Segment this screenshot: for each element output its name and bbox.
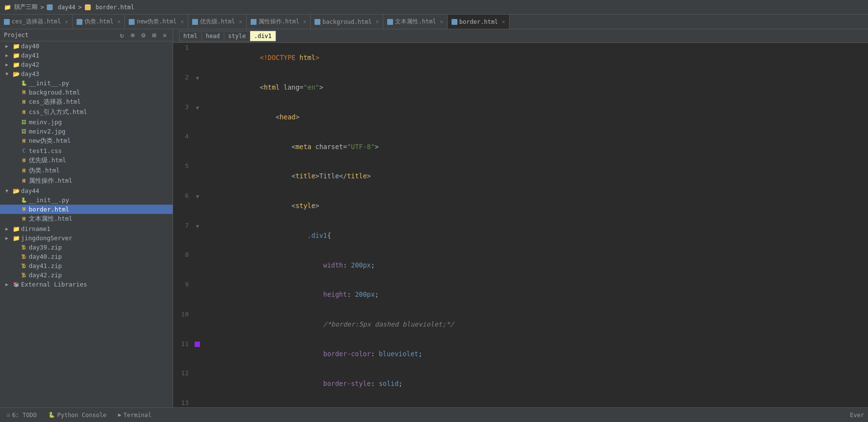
breadcrumb-style[interactable]: style: [224, 31, 250, 41]
toolbar-icon-expand[interactable]: ⊞: [150, 31, 158, 39]
tab-weili[interactable]: 伪类.html ✕: [73, 15, 125, 29]
tab-close-newweili[interactable]: ✕: [180, 19, 184, 25]
line-content-8[interactable]: width: 200px;: [202, 250, 868, 280]
sidebar-item-day44[interactable]: ▼ 📂 day44: [0, 186, 173, 195]
line-content-4[interactable]: <meta charset="UTF-8">: [202, 132, 868, 161]
fold-arrow-7[interactable]: ▼: [196, 223, 199, 230]
line-content-12[interactable]: border-style: solid;: [202, 368, 868, 398]
sidebar-item-meinv2[interactable]: ▶ 🖼 meinv2.jpg: [0, 127, 173, 136]
tab-close-shuxing[interactable]: ✕: [303, 19, 307, 25]
code-container[interactable]: 1 <!DOCTYPE html> 2 ▼ <html lang="e: [173, 43, 868, 407]
sidebar-item-day41[interactable]: ▶ 📁 day41: [0, 51, 173, 60]
line-num-5: 5: [173, 161, 193, 191]
fold-arrow-6[interactable]: ▼: [196, 193, 199, 200]
line-content-6[interactable]: <style>: [202, 191, 868, 221]
tab-youxianji[interactable]: 优先级.html ✕: [188, 15, 247, 29]
sidebar-item-weili[interactable]: ▶ H 伪类.html: [0, 166, 173, 176]
tab-icon-newweili: [129, 19, 135, 25]
gutter-8: [193, 250, 202, 280]
folder-icon-day40: 📁: [13, 43, 20, 50]
tab-close-weili[interactable]: ✕: [118, 19, 121, 25]
tab-icon-youxianji: [192, 19, 198, 25]
sidebar-item-test1css[interactable]: ▶ C test1.css: [0, 146, 173, 155]
sidebar-item-css-import[interactable]: ▶ H css_引入方式.html: [0, 107, 173, 117]
tab-icon-shuxing: [251, 19, 256, 25]
gutter-5: [193, 161, 202, 191]
gutter-7: ▼: [193, 221, 202, 250]
sidebar-item-day39zip[interactable]: ▶ 🗜 day39.zip: [0, 243, 173, 252]
sidebar-item-init-py-43[interactable]: ▶ 🐍 __init__.py: [0, 78, 173, 88]
sidebar-item-init-py-44[interactable]: ▶ 🐍 __init__.py: [0, 195, 173, 205]
todo-tab[interactable]: ☑ 6: TODO: [4, 411, 39, 420]
sidebar-item-shuxingcaozuo[interactable]: ▶ H 属性操作.html: [0, 176, 173, 186]
tab-backgroud[interactable]: backgroud.html ✕: [311, 15, 383, 29]
tab-close-backgroud[interactable]: ✕: [375, 19, 379, 25]
tab-border[interactable]: border.html ✕: [448, 15, 510, 29]
gutter-6: ▼: [193, 191, 202, 221]
tab-close-wenben[interactable]: ✕: [440, 19, 443, 25]
tab-newweili[interactable]: new伪类.html ✕: [125, 15, 188, 29]
toolbar-icon-gear[interactable]: ⚙: [139, 31, 147, 39]
code-line-11: 11 border-color: blueviolet;: [173, 339, 868, 369]
editor-area: html head style .div1 1 <!DOCTYPE html>: [173, 29, 868, 407]
line-content-11[interactable]: border-color: blueviolet;: [202, 339, 868, 369]
sidebar-item-day40zip[interactable]: ▶ 🗜 day40.zip: [0, 252, 173, 261]
sidebar-item-meinv[interactable]: ▶ 🖼 meinv.jpg: [0, 117, 173, 127]
line-content-10[interactable]: /*border:5px dashed blueviolet;*/: [202, 309, 868, 339]
title-project: 脱产三期: [14, 3, 38, 11]
line-content-2[interactable]: <html lang="en">: [202, 73, 868, 102]
breadcrumb-bar: html head style .div1: [173, 29, 868, 43]
fold-arrow-3[interactable]: ▼: [196, 105, 199, 111]
line-content-1[interactable]: <!DOCTYPE html>: [202, 43, 868, 73]
line-content-5[interactable]: <title>Title</title>: [202, 161, 868, 191]
sidebar-item-jingdong[interactable]: ▶ 📁 jingdongServer: [0, 233, 173, 243]
line-content-13[interactable]: border-width: 5px;: [202, 398, 868, 407]
sidebar-item-day42[interactable]: ▶ 📁 day42: [0, 60, 173, 69]
arrow-day40: ▶: [5, 43, 11, 49]
gutter-10: [193, 309, 202, 339]
sidebar-item-day43[interactable]: ▼ 📂 day43: [0, 69, 173, 78]
toolbar-icon-refresh[interactable]: ↻: [118, 31, 126, 39]
breadcrumb-head[interactable]: head: [202, 31, 224, 41]
sidebar-item-day42zip[interactable]: ▶ 🗜 day42.zip: [0, 270, 173, 280]
sidebar-item-newweili[interactable]: ▶ H new伪类.html: [0, 136, 173, 146]
sidebar-item-wenben-attr[interactable]: ▶ H 文本属性.html: [0, 214, 173, 224]
line-content-7[interactable]: .div1{: [202, 221, 868, 250]
terminal-tab[interactable]: ▶ Terminal: [115, 411, 154, 420]
toolbar-icon-locate[interactable]: ⊕: [129, 31, 137, 39]
sidebar-item-youxianji[interactable]: ▶ H 优先级.html: [0, 155, 173, 166]
fold-arrow-2[interactable]: ▼: [196, 75, 199, 81]
sidebar-item-border-html[interactable]: ▶ H border.html: [0, 205, 173, 214]
line-num-3: 3: [173, 102, 193, 132]
line-num-2: 2: [173, 73, 193, 102]
color-swatch-blueviolet[interactable]: [195, 342, 200, 347]
line-num-4: 4: [173, 132, 193, 161]
toolbar-icon-close[interactable]: ✕: [161, 31, 169, 39]
code-line-12: 12 border-style: solid;: [173, 368, 868, 398]
sidebar-item-backgroud[interactable]: ▶ H backgroud.html: [0, 88, 173, 97]
sidebar-item-external-libs[interactable]: ▶ 📚 External Libraries: [0, 280, 173, 289]
tab-close-ces[interactable]: ✕: [65, 19, 68, 25]
breadcrumb-html[interactable]: html: [179, 31, 202, 41]
html-icon-backgroud: H: [20, 89, 27, 96]
tab-shuxing[interactable]: 属性操作.html ✕: [247, 15, 311, 29]
breadcrumb-div1[interactable]: .div1: [250, 31, 276, 41]
sidebar: Project ↻ ⊕ ⚙ ⊞ ✕ ▶ 📁 day40 ▶ 📁 day41 ▶ …: [0, 29, 173, 407]
code-line-7: 7 ▼ .div1{: [173, 221, 868, 250]
line-content-9[interactable]: height: 200px;: [202, 280, 868, 309]
html-icon-shuxing: H: [20, 178, 27, 185]
python-console-tab[interactable]: 🐍 Python Console: [45, 411, 109, 420]
tab-ces[interactable]: ces_选择器.html ✕: [0, 15, 73, 29]
gutter-3: ▼: [193, 102, 202, 132]
line-content-3[interactable]: <head>: [202, 102, 868, 132]
sidebar-item-day40[interactable]: ▶ 📁 day40: [0, 41, 173, 51]
sidebar-item-day41zip[interactable]: ▶ 🗜 day41.zip: [0, 261, 173, 270]
main-layout: Project ↻ ⊕ ⚙ ⊞ ✕ ▶ 📁 day40 ▶ 📁 day41 ▶ …: [0, 29, 868, 407]
tab-wenben[interactable]: 文本属性.html ✕: [383, 15, 448, 29]
tab-close-border[interactable]: ✕: [502, 19, 505, 25]
sidebar-item-dirname1[interactable]: ▶ 📁 dirname1: [0, 224, 173, 233]
sidebar-item-ces[interactable]: ▶ H ces_选择器.html: [0, 97, 173, 107]
arrow-jingdong: ▶: [5, 235, 11, 241]
html-icon-youxianji: H: [20, 157, 27, 164]
tab-close-youxianji[interactable]: ✕: [239, 19, 242, 25]
